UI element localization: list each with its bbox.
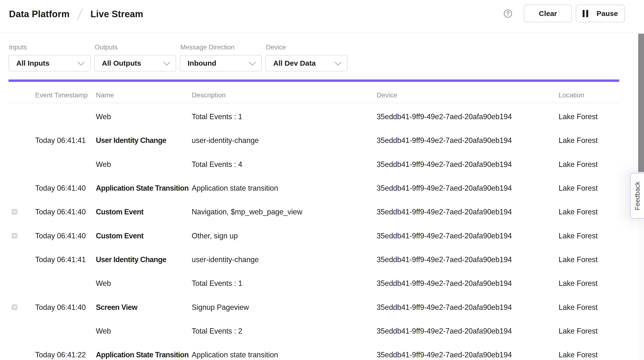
top-bar: Data Platform / Live Stream ? Clear Paus…: [0, 0, 644, 33]
scrollbar-thumb[interactable]: [638, 34, 644, 172]
cell-device: 35eddb41-9ff9-49e2-7aed-20afa90eb194: [376, 184, 512, 192]
column-header-device: Device: [376, 91, 398, 99]
cell-name: User Identity Change: [96, 255, 166, 264]
chevron-down-icon: [78, 61, 85, 66]
cell-event-timestamp: Today 06:41:40: [35, 231, 86, 240]
cell-event-timestamp: Today 06:41:41: [35, 255, 86, 264]
cell-location: Lake Forest: [558, 160, 598, 168]
cell-event-timestamp: Today 06:41:22: [35, 359, 86, 360]
cell-location: Lake Forest: [558, 327, 598, 335]
chevron-down-icon: [163, 61, 170, 66]
table-row[interactable]: Web Total Events : 4 35eddb41-9ff9-49e2-…: [0, 152, 644, 176]
table-row[interactable]: Web Total Events : 1 35eddb41-9ff9-49e2-…: [0, 105, 644, 128]
expand-row-icon[interactable]: [12, 304, 18, 310]
table-row[interactable]: Today 06:41:40 Application State Transit…: [0, 176, 644, 200]
column-header-event-timestamp: Event Timestamp: [35, 91, 88, 99]
cell-location: Lake Forest: [558, 359, 598, 360]
cell-device: 35eddb41-9ff9-49e2-7aed-20afa90eb194: [376, 255, 512, 264]
inputs-filter-label: Inputs: [9, 44, 27, 51]
outputs-select-value: All Outputs: [102, 59, 141, 67]
cell-location: Lake Forest: [558, 255, 598, 264]
table-row[interactable]: Today 06:41:41 User Identity Change user…: [0, 128, 644, 152]
table-row[interactable]: Today 06:41:41 User Identity Change user…: [0, 248, 644, 271]
table-row[interactable]: Web Total Events : 2 35eddb41-9ff9-49e2-…: [0, 319, 644, 343]
table-row[interactable]: Web Total Events : 1 35eddb41-9ff9-49e2-…: [0, 271, 644, 295]
cell-description: Total Events : 1: [192, 112, 242, 121]
message-direction-select-value: Inbound: [188, 59, 216, 67]
cell-device: 35eddb41-9ff9-49e2-7aed-20afa90eb194: [376, 112, 512, 121]
cell-device: 35eddb41-9ff9-49e2-7aed-20afa90eb194: [376, 279, 512, 288]
cell-location: Lake Forest: [558, 231, 598, 240]
table-row[interactable]: Today 06:41:40 Custom Event Other, sign …: [0, 224, 644, 247]
breadcrumb-live-stream: Live Stream: [90, 9, 144, 19]
chevron-down-icon: [334, 61, 342, 66]
clear-button-label: Clear: [539, 9, 557, 18]
cell-location: Lake Forest: [558, 279, 598, 288]
expand-row-icon[interactable]: [12, 233, 18, 239]
cell-location: Lake Forest: [558, 112, 598, 121]
cell-name: Custom Event: [96, 231, 144, 240]
table-row[interactable]: Today 06:41:40 Custom Event Navigation, …: [0, 200, 644, 224]
cell-description: Total Events : 4: [192, 160, 242, 168]
cell-location: Lake Forest: [558, 184, 598, 192]
cell-location: Lake Forest: [558, 208, 598, 216]
message-direction-select[interactable]: Inbound: [180, 55, 262, 71]
cell-name: Screen View: [96, 303, 137, 311]
device-filter-label: Device: [266, 44, 286, 51]
cell-description: user-identity-change: [192, 136, 259, 145]
cell-device: 35eddb41-9ff9-49e2-7aed-20afa90eb194: [376, 160, 512, 168]
cell-name: User Identity Change: [96, 136, 166, 145]
column-header-location: Location: [558, 91, 584, 99]
message-direction-filter-label: Message Direction: [180, 44, 235, 51]
device-select-value: All Dev Data: [273, 59, 316, 67]
cell-event-timestamp: Today 06:41:41: [35, 136, 86, 145]
table-body: Web Total Events : 1 35eddb41-9ff9-49e2-…: [0, 103, 644, 360]
accent-bar: [8, 79, 619, 82]
cell-event-timestamp: Today 06:41:40: [35, 303, 86, 311]
cell-name: Custom Event: [96, 208, 144, 216]
column-header-name: Name: [96, 91, 114, 99]
cell-event-timestamp: Today 06:41:40: [35, 208, 86, 216]
cell-device: 35eddb41-9ff9-49e2-7aed-20afa90eb194: [376, 208, 512, 216]
table-row-partial: Today 06:41:22 Application State Transit…: [0, 351, 644, 360]
outputs-select[interactable]: All Outputs: [94, 55, 176, 71]
feedback-tab-label: Feedback: [634, 181, 641, 210]
breadcrumb-data-platform[interactable]: Data Platform: [9, 9, 70, 19]
cell-name: Web: [96, 279, 111, 288]
cell-event-timestamp: Today 06:41:40: [35, 184, 86, 192]
cell-name: Application State Transition: [96, 184, 188, 192]
cell-location: Lake Forest: [558, 303, 598, 311]
pause-button[interactable]: Pause: [576, 4, 625, 22]
cell-name: Web: [96, 112, 111, 121]
breadcrumb: Data Platform / Live Stream: [9, 0, 143, 28]
cell-device: 35eddb41-9ff9-49e2-7aed-20afa90eb194: [376, 359, 512, 360]
cell-device: 35eddb41-9ff9-49e2-7aed-20afa90eb194: [376, 136, 512, 145]
inputs-select[interactable]: All Inputs: [8, 55, 90, 71]
cell-device: 35eddb41-9ff9-49e2-7aed-20afa90eb194: [376, 231, 512, 240]
cell-description: Application state transition: [192, 359, 278, 360]
cell-description: Total Events : 1: [192, 279, 242, 288]
cell-description: Total Events : 2: [192, 327, 242, 335]
cell-name: Web: [96, 327, 111, 335]
cell-device: 35eddb41-9ff9-49e2-7aed-20afa90eb194: [376, 303, 512, 311]
cell-device: 35eddb41-9ff9-49e2-7aed-20afa90eb194: [376, 327, 512, 335]
cell-description: Signup Pageview: [192, 303, 249, 311]
expand-row-icon[interactable]: [12, 209, 18, 215]
help-icon[interactable]: ?: [504, 9, 512, 18]
chevron-down-icon: [249, 61, 256, 66]
cell-name: Web: [96, 160, 111, 168]
inputs-select-value: All Inputs: [16, 59, 50, 67]
device-select[interactable]: All Dev Data: [266, 55, 348, 71]
cell-description: Application state transition: [192, 184, 278, 192]
clear-button[interactable]: Clear: [524, 4, 572, 22]
cell-name: Application State Transition: [96, 359, 188, 360]
pause-icon: [582, 10, 588, 17]
cell-description: Other, sign up: [192, 231, 238, 240]
outputs-filter-label: Outputs: [95, 44, 118, 51]
table-row[interactable]: Today 06:41:40 Screen View Signup Pagevi…: [0, 295, 644, 319]
cell-description: user-identity-change: [192, 255, 259, 264]
cell-location: Lake Forest: [558, 136, 598, 145]
breadcrumb-separator: /: [77, 7, 83, 21]
feedback-tab[interactable]: Feedback: [630, 173, 644, 218]
column-header-description: Description: [192, 91, 226, 99]
